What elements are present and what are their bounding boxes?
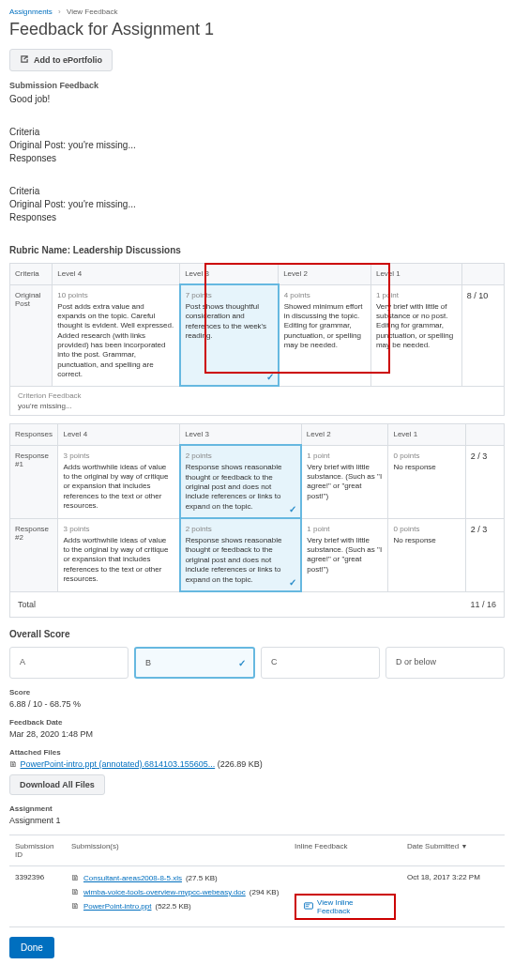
points-label: 2 points (186, 452, 296, 460)
eportfolio-icon (20, 54, 29, 66)
overall-card-d[interactable]: D or below (386, 647, 505, 679)
col-level4: Level 4 (58, 424, 180, 446)
col-submissions: Submission(s) (66, 835, 289, 866)
inline-feedback-icon (304, 901, 313, 912)
points-label: 1 point (307, 452, 383, 460)
highlight-frame: View Inline Feedback (295, 894, 396, 920)
check-icon: ✓ (289, 577, 296, 588)
feedback-date-label: Feedback Date (9, 718, 505, 727)
points-label: 7 points (186, 291, 273, 299)
score-value: 6.88 / 10 - 68.75 % (9, 699, 505, 709)
svg-rect-0 (305, 903, 313, 909)
cell-level1[interactable]: 0 points No response (388, 518, 465, 591)
view-inline-feedback-link[interactable]: View Inline Feedback (304, 898, 386, 915)
submission-file-size: (27.5 KB) (186, 874, 218, 882)
table-header-row: Criteria Level 4 Level 3 Level 2 Level 1 (10, 264, 505, 285)
level-desc: Adds worthwhile ideas of value to the or… (63, 536, 168, 584)
col-submission-id: Submission ID (9, 835, 66, 866)
criterion-feedback-bar: Criterion Feedback you're missing... (9, 387, 505, 416)
rubric-table-responses: Responses Level 4 Level 3 Level 2 Level … (9, 423, 505, 592)
cell-level3-selected[interactable]: 7 points Post shows thoughtful considera… (180, 284, 279, 386)
check-icon: ✓ (289, 504, 296, 514)
overall-card-label: C (271, 657, 278, 666)
col-level3: Level 3 (180, 264, 279, 285)
points-label: 10 points (57, 291, 174, 299)
overall-card-label: D or below (396, 657, 436, 666)
submission-file-link[interactable]: PowerPoint-intro.ppt (83, 902, 151, 911)
overall-card-c[interactable]: C (261, 647, 380, 679)
submission-file-link[interactable]: Consultant-areas2008-8-5.xls (83, 874, 182, 882)
criteria-heading: Criteria (9, 186, 505, 196)
page-title: Feedback for Assignment 1 (9, 20, 505, 39)
add-to-eportfolio-button[interactable]: Add to ePortfolio (9, 49, 113, 71)
file-icon: 🗎 (71, 887, 80, 896)
cell-level2[interactable]: 1 point Very brief with little substance… (301, 518, 388, 591)
col-level4: Level 4 (53, 264, 180, 285)
level-desc: Very brief with little substance. (Such … (307, 536, 382, 574)
attached-file-link[interactable]: PowerPoint-intro.ppt (annotated).6814103… (21, 759, 216, 769)
criterion-score: 2 / 3 (465, 518, 504, 591)
sort-desc-icon: ▼ (461, 843, 467, 850)
criterion-feedback-label: Criterion Feedback (18, 391, 496, 400)
inline-feedback-cell: View Inline Feedback (289, 866, 401, 927)
rubric-total-bar: Total 11 / 16 (9, 592, 505, 618)
criteria-line: Responses (9, 153, 505, 163)
attached-files-label: Attached Files (9, 748, 505, 757)
breadcrumb-current: View Feedback (67, 8, 118, 16)
breadcrumb-link-assignments[interactable]: Assignments (9, 8, 53, 16)
col-date-label: Date Submitted (407, 842, 459, 850)
criteria-line: Original Post: you're missing... (9, 140, 505, 150)
overall-card-a[interactable]: A (9, 647, 128, 679)
cell-level3-selected[interactable]: 2 points Response shows reasonable thoug… (180, 445, 302, 518)
cell-level2[interactable]: 4 points Showed minimum effort in discus… (279, 284, 371, 386)
breadcrumb-separator: › (58, 8, 61, 16)
submission-row: 3392396 🗎 Consultant-areas2008-8-5.xls (… (9, 866, 505, 927)
col-level2: Level 2 (279, 264, 371, 285)
submission-files: 🗎 Consultant-areas2008-8-5.xls (27.5 KB)… (66, 866, 289, 927)
points-label: 2 points (186, 525, 296, 533)
rubric-name: Rubric Name: Leadership Discussions (9, 245, 505, 255)
download-all-files-button[interactable]: Download All Files (9, 774, 105, 795)
cell-level4[interactable]: 10 points Post adds extra value and expa… (53, 284, 180, 386)
col-date-submitted[interactable]: Date Submitted ▼ (401, 835, 505, 866)
col-responses: Responses (10, 424, 58, 446)
cell-level1[interactable]: 1 point Very brief with little of substa… (370, 284, 461, 386)
cell-level3-selected[interactable]: 2 points Response shows reasonable thoug… (180, 518, 302, 591)
check-icon: ✓ (238, 658, 246, 668)
criterion-name: Response #1 (10, 445, 58, 518)
submission-file-size: (294 KB) (249, 888, 280, 896)
add-to-eportfolio-label: Add to ePortfolio (34, 55, 102, 65)
cell-level1[interactable]: 0 points No response (388, 445, 465, 518)
level-desc: Adds worthwhile ideas of value to the or… (63, 463, 168, 511)
criterion-name: Response #2 (10, 518, 58, 591)
submissions-header-row: Submission ID Submission(s) Inline Feedb… (9, 835, 505, 866)
cell-level4[interactable]: 3 points Adds worthwhile ideas of value … (58, 445, 180, 518)
cell-level4[interactable]: 3 points Adds worthwhile ideas of value … (58, 518, 180, 591)
col-score (465, 424, 504, 446)
points-label: 0 points (393, 525, 460, 533)
criterion-score: 2 / 3 (465, 445, 504, 518)
submission-feedback-text: Good job! (9, 94, 505, 104)
attached-file-size: (226.89 KB) (218, 759, 263, 769)
date-submitted: Oct 18, 2017 3:22 PM (401, 866, 505, 927)
score-label: Score (9, 688, 505, 697)
cell-level2[interactable]: 1 point Very brief with little substance… (301, 445, 388, 518)
done-button[interactable]: Done (9, 937, 54, 958)
submission-file-link[interactable]: wimba-voice-tools-overview-mypcc-webeasy… (83, 888, 246, 896)
assignment-value: Assignment 1 (9, 816, 505, 825)
submission-file-size: (522.5 KB) (155, 902, 190, 911)
col-criteria: Criteria (10, 264, 53, 285)
level-desc: Post shows thoughtful consideration and … (186, 302, 266, 340)
col-level1: Level 1 (388, 424, 465, 446)
criterion-score: 8 / 10 (461, 284, 504, 386)
file-icon: 🗎 (71, 901, 80, 911)
level-desc: Very brief with little substance. (Such … (307, 463, 382, 500)
submission-feedback-heading: Submission Feedback (9, 81, 505, 90)
level-desc: No response (393, 536, 435, 544)
inline-feedback-label: View Inline Feedback (317, 898, 386, 915)
overall-card-b-selected[interactable]: B✓ (134, 647, 255, 679)
level-desc: Response shows reasonable thought or fee… (186, 536, 282, 584)
feedback-date-value: Mar 28, 2020 1:48 PM (9, 729, 505, 739)
table-header-row: Responses Level 4 Level 3 Level 2 Level … (10, 424, 505, 446)
total-label: Total (18, 600, 36, 609)
